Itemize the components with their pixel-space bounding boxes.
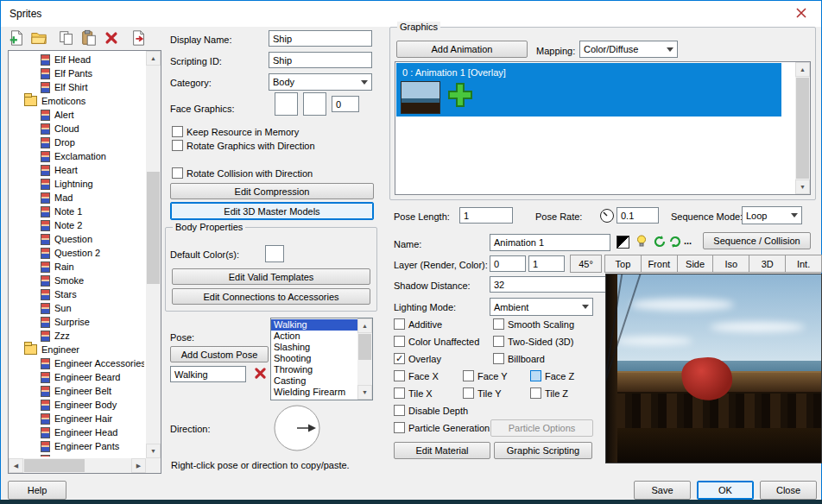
layer-color-input[interactable]: 1 bbox=[528, 255, 565, 272]
tree-item-rain[interactable]: Rain bbox=[9, 260, 144, 274]
delete-button[interactable] bbox=[101, 28, 122, 49]
pose-name-input[interactable]: Walking bbox=[170, 366, 246, 382]
view-tab-side[interactable]: Side bbox=[677, 255, 714, 273]
tree-item-exclamation[interactable]: Exclamation bbox=[9, 149, 144, 163]
tree-item-note-2[interactable]: Note 2 bbox=[9, 218, 144, 232]
close-button-footer[interactable]: Close bbox=[760, 481, 817, 500]
edit-3d-master-models-button[interactable]: Edit 3D Master Models bbox=[170, 202, 374, 220]
tree-item-mad[interactable]: Mad bbox=[9, 191, 144, 205]
view-tab-front[interactable]: Front bbox=[641, 255, 678, 273]
tree-item-note-1[interactable]: Note 1 bbox=[9, 205, 144, 218]
tree-item-engineer[interactable]: Engineer bbox=[9, 343, 144, 356]
scroll-up-arrow[interactable]: ▲ bbox=[795, 62, 810, 77]
view-tab-iso[interactable]: Iso bbox=[712, 255, 749, 273]
tree-item-engineer-shirt[interactable]: Engineer Shirt bbox=[9, 453, 144, 457]
ok-button[interactable]: OK bbox=[697, 481, 754, 500]
category-select[interactable]: Body bbox=[269, 73, 372, 91]
close-button[interactable] bbox=[781, 1, 821, 27]
checkbox-color-unaffected[interactable]: Color Unaffected bbox=[394, 336, 479, 347]
save-button[interactable]: Save bbox=[634, 481, 691, 500]
pose-scroll-thumb[interactable] bbox=[358, 334, 371, 360]
checkbox-particle-generation[interactable]: Particle Generation bbox=[394, 422, 490, 433]
tree-item-alert[interactable]: Alert bbox=[9, 108, 144, 122]
scroll-up-arrow[interactable]: ▲ bbox=[357, 318, 372, 333]
tree-item-stars[interactable]: Stars bbox=[9, 287, 144, 301]
pose-listbox[interactable]: WalkingActionSlashingShootingThrowingCas… bbox=[270, 318, 373, 400]
pose-rate-input[interactable]: 0.1 bbox=[616, 207, 659, 224]
edit-material-button[interactable]: Edit Material bbox=[394, 442, 490, 459]
add-animation-button[interactable]: Add Animation bbox=[396, 41, 528, 58]
direction-dial[interactable] bbox=[273, 404, 321, 452]
open-folder-button[interactable] bbox=[28, 28, 49, 49]
help-button[interactable]: Help bbox=[8, 481, 66, 500]
graphic-scripting-button[interactable]: Graphic Scripting bbox=[494, 442, 592, 459]
lighting-mode-select[interactable]: Ambient bbox=[490, 298, 593, 316]
animation-preview[interactable] bbox=[605, 274, 822, 463]
checkbox-face-z[interactable]: Face Z bbox=[530, 370, 574, 381]
animation-scroll-thumb[interactable] bbox=[796, 78, 809, 179]
face-graphics-count-input[interactable]: 0 bbox=[332, 96, 359, 112]
default-color-swatch[interactable] bbox=[265, 245, 284, 262]
tree-item-engineer-beard[interactable]: Engineer Beard bbox=[9, 370, 144, 384]
scroll-down-arrow[interactable]: ▼ bbox=[357, 385, 372, 400]
edit-connections-button[interactable]: Edit Connections to Accessories bbox=[172, 288, 370, 305]
checkbox-tile-z[interactable]: Tile Z bbox=[530, 387, 568, 399]
angle-45-button[interactable]: 45° bbox=[570, 255, 602, 273]
animation-list-item[interactable]: 0 : Animation 1 [Overlay] bbox=[396, 63, 781, 117]
animation-list-scrollbar[interactable]: ▲ ▼ bbox=[795, 62, 810, 194]
scroll-up-arrow[interactable]: ▲ bbox=[146, 51, 161, 66]
tree-item-engineer-pants[interactable]: Engineer Pants bbox=[9, 439, 144, 453]
pose-option-casting[interactable]: Casting bbox=[271, 375, 357, 387]
sequence-mode-select[interactable]: Loop bbox=[742, 206, 802, 224]
tree-item-engineer-belt[interactable]: Engineer Belt bbox=[9, 384, 144, 398]
checkbox-face-y[interactable]: Face Y bbox=[463, 370, 508, 381]
more-options-button[interactable]: ... bbox=[684, 236, 692, 246]
tree-item-engineer-head[interactable]: Engineer Head bbox=[9, 425, 144, 439]
tree-hscrollbar[interactable]: ◀ ▶ bbox=[9, 458, 146, 473]
checkbox-additive[interactable]: Additive bbox=[394, 318, 442, 330]
tree-item-question[interactable]: Question bbox=[9, 232, 144, 246]
face-graphic-slot-1[interactable] bbox=[275, 92, 298, 116]
checkbox-keep-resource-in-memory[interactable]: Keep Resource in Memory bbox=[172, 126, 299, 137]
new-sprite-button[interactable] bbox=[6, 28, 27, 49]
face-graphic-slot-2[interactable] bbox=[303, 92, 326, 116]
tree-item-zzz[interactable]: Zzz bbox=[9, 329, 144, 343]
checkbox-overlay[interactable]: ✓Overlay bbox=[394, 353, 441, 364]
pose-option-action[interactable]: Action bbox=[271, 331, 357, 342]
animation-name-input[interactable]: Animation 1 bbox=[490, 234, 610, 251]
tree-item-smoke[interactable]: Smoke bbox=[9, 274, 144, 287]
tree-item-engineer-hair[interactable]: Engineer Hair bbox=[9, 412, 144, 425]
tree-item-lightning[interactable]: Lightning bbox=[9, 177, 144, 191]
scroll-left-arrow[interactable]: ◀ bbox=[9, 458, 23, 473]
pose-list-scrollbar[interactable]: ▲ ▼ bbox=[357, 318, 372, 400]
scroll-down-arrow[interactable]: ▼ bbox=[146, 444, 161, 458]
tree-item-elf-pants[interactable]: Elf Pants bbox=[9, 66, 144, 80]
scroll-down-arrow[interactable]: ▼ bbox=[795, 180, 810, 194]
copy-button[interactable] bbox=[56, 28, 77, 49]
display-name-input[interactable]: Ship bbox=[269, 30, 372, 47]
tree-item-heart[interactable]: Heart bbox=[9, 163, 144, 177]
lightbulb-icon[interactable] bbox=[635, 234, 648, 249]
view-tab-int[interactable]: Int. bbox=[785, 255, 822, 273]
scroll-right-arrow[interactable]: ▶ bbox=[131, 458, 146, 473]
edit-valid-templates-button[interactable]: Edit Valid Templates bbox=[172, 268, 370, 285]
pose-length-input[interactable]: 1 bbox=[459, 207, 513, 224]
paste-button[interactable] bbox=[79, 28, 99, 49]
tree-item-emoticons[interactable]: Emoticons bbox=[9, 94, 144, 108]
tree-vscroll-thumb[interactable] bbox=[147, 172, 160, 284]
tree-item-sun[interactable]: Sun bbox=[9, 301, 144, 315]
checkbox-rotate-collision-with-direction[interactable]: Rotate Collision with Direction bbox=[172, 167, 313, 179]
view-tab-3d[interactable]: 3D bbox=[749, 255, 786, 273]
checkbox-billboard[interactable]: Billboard bbox=[493, 353, 545, 364]
tree-item-elf-shirt[interactable]: Elf Shirt bbox=[9, 80, 144, 94]
contrast-icon[interactable] bbox=[616, 236, 629, 249]
edit-compression-button[interactable]: Edit Compression bbox=[170, 183, 374, 199]
checkbox-face-x[interactable]: Face X bbox=[394, 370, 439, 381]
loop-playback-icon[interactable] bbox=[668, 235, 682, 250]
animation-list[interactable]: 0 : Animation 1 [Overlay] ▲ ▼ bbox=[395, 61, 811, 195]
pose-option-throwing[interactable]: Throwing bbox=[271, 364, 357, 375]
add-frame-icon[interactable] bbox=[446, 80, 475, 111]
tree-item-engineer-accessories[interactable]: Engineer Accessories bbox=[9, 356, 144, 370]
refresh-icon[interactable] bbox=[653, 235, 667, 250]
checkbox-tile-y[interactable]: Tile Y bbox=[463, 387, 502, 399]
